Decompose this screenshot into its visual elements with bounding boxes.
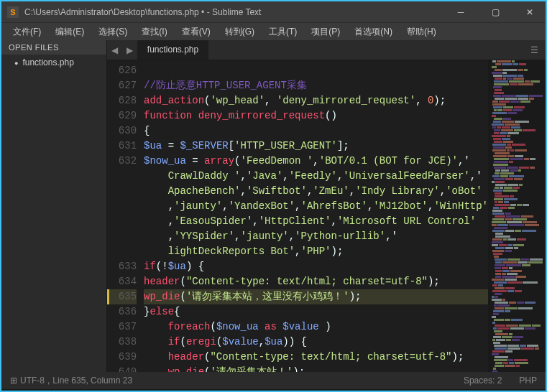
menu-item[interactable]: 选择(S)	[93, 24, 133, 39]
sidebar-header: OPEN FILES	[1, 40, 106, 55]
window-title: C:\Users\Administrator\Desktop\functions…	[24, 7, 451, 17]
titlebar: S C:\Users\Administrator\Desktop\functio…	[1, 1, 546, 23]
status-position: Line 635, Column 23	[52, 375, 132, 386]
minimize-button[interactable]: ─	[451, 7, 471, 17]
menubar: 文件(F)编辑(E)选择(S)查找(I)查看(V)转到(G)工具(T)项目(P)…	[1, 23, 546, 40]
app-icon: S	[7, 6, 19, 18]
sidebar: OPEN FILES functions.php	[1, 40, 107, 372]
status-encoding[interactable]: UTF-8	[20, 375, 45, 386]
menu-item[interactable]: 工具(T)	[263, 24, 303, 39]
code[interactable]: //防止恶意HTTP_USER_AGENT采集add_action('wp_he…	[144, 60, 488, 372]
tab-menu-icon[interactable]: ☰	[523, 40, 546, 60]
menu-item[interactable]: 文件(F)	[7, 24, 47, 39]
gutter: 626627628629630631632 633634635636637638…	[107, 60, 144, 372]
menu-item[interactable]: 编辑(E)	[50, 24, 90, 39]
menu-item[interactable]: 查看(V)	[176, 24, 216, 39]
tab-nav-left-icon[interactable]: ◀	[107, 40, 122, 60]
menu-item[interactable]: 转到(G)	[219, 24, 260, 39]
tab[interactable]: functions.php	[137, 40, 209, 60]
minimap[interactable]	[488, 60, 546, 372]
code-area[interactable]: 626627628629630631632 633634635636637638…	[107, 60, 546, 372]
maximize-button[interactable]: ▢	[485, 7, 505, 17]
console-toggle-icon[interactable]: ⊞	[10, 375, 17, 386]
close-button[interactable]: ✕	[520, 7, 540, 17]
status-language[interactable]: PHP	[519, 375, 537, 386]
menu-item[interactable]: 查找(I)	[136, 24, 173, 39]
tab-nav-right-icon[interactable]: ▶	[122, 40, 137, 60]
menu-item[interactable]: 帮助(H)	[401, 24, 442, 39]
menu-item[interactable]: 首选项(N)	[349, 24, 398, 39]
statusbar: ⊞ UTF-8, Line 635, Column 23 Spaces: 2 P…	[1, 372, 546, 389]
sidebar-file[interactable]: functions.php	[1, 55, 106, 70]
menu-item[interactable]: 项目(P)	[305, 24, 346, 39]
tabbar: ◀ ▶ functions.php ☰	[107, 40, 546, 60]
status-spaces[interactable]: Spaces: 2	[464, 375, 502, 386]
editor: ◀ ▶ functions.php ☰ 62662762862963063163…	[107, 40, 546, 372]
